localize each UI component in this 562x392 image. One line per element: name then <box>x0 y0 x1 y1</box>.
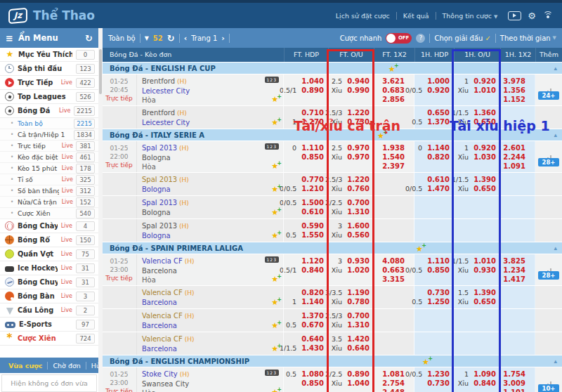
favorite-star-icon[interactable]: ★+ <box>271 232 278 240</box>
sidebar-item-s-b-n-th-ng[interactable]: •Số bàn thắngLive312 <box>0 185 98 197</box>
gear-icon[interactable]: ⚙ <box>528 11 536 21</box>
sidebar-item-tr-c-ti-p[interactable]: •Trực tiếpLive381 <box>0 141 98 152</box>
odds-pair[interactable]: 0.820 <box>284 288 327 297</box>
odds-value[interactable]: 1.091 <box>500 162 535 171</box>
score-icon[interactable]: 123 <box>265 370 279 376</box>
link-results[interactable]: Kết quả <box>403 12 429 20</box>
sidebar-item-k-o-c-bi-t[interactable]: •Kèo đặc biệtLive461 <box>0 152 98 163</box>
odds-pair[interactable]: 2.5/31.220 <box>328 175 373 184</box>
odds-pair[interactable]: Xỉu1.030 <box>454 152 499 162</box>
odds-1h-ou[interactable]: 1/1.51.390Xỉu0.650 <box>454 173 500 195</box>
odds-pair[interactable]: 31.600 <box>328 221 373 230</box>
odds-ft-hdp[interactable]: 0.5900.51.550 <box>284 219 328 242</box>
odds-pair[interactable]: 0.710 <box>284 108 327 117</box>
odds-ft-hdp[interactable]: 1.1200.5/10.840 <box>284 254 328 285</box>
odds-ft-ou[interactable]: 2.50.970Xỉu0.970 <box>328 141 374 172</box>
betslip-tab-ch-n[interactable]: Chờ đơn <box>48 362 86 370</box>
odds-ft-1x2[interactable]: 1.9381.5402.397 <box>374 141 414 172</box>
odds-1h-1x2[interactable]: 3.9781.3561.152 <box>500 74 535 105</box>
odds-value[interactable]: 1.417 <box>500 275 535 284</box>
bar-chart-icon[interactable] <box>544 375 553 382</box>
odds-1h-ou[interactable]: 10.920Xỉu1.010 <box>454 74 500 105</box>
odds-pair[interactable]: 2.50.970 <box>328 143 373 152</box>
odds-value[interactable]: 2.856 <box>374 95 414 104</box>
odds-pair[interactable]: 0.50.670 <box>284 320 327 329</box>
video-icon[interactable] <box>508 11 521 20</box>
sidebar-item-top-leagues[interactable]: Top Leagues526 <box>0 90 98 104</box>
sidebar-refresh-icon[interactable]: ↻ <box>85 33 93 44</box>
sidebar-item-c-c-xi-n[interactable]: •Cược Xiên540 <box>0 208 98 219</box>
odds-ft-hdp[interactable]: 0.6401/1.51.430 <box>284 332 328 355</box>
odds-pair[interactable]: 11.140 <box>284 297 327 306</box>
collapse-chevron-icon[interactable]: ▴ <box>554 242 557 254</box>
odds-1h-1x2[interactable]: 1.7543.0091.101 <box>500 367 535 392</box>
league-header-b-ng-spain-primera-laliga[interactable]: Bóng Đá - SPAIN PRIMERA LALIGA★+▴ <box>103 242 562 254</box>
odds-value[interactable]: 2.448 <box>374 388 414 392</box>
sidebar-item-b-ng-ch-y[interactable]: Bóng ChàyLive4 <box>0 219 98 233</box>
odds-1h-hdp[interactable]: 0/0.51.2300.730 <box>414 367 454 392</box>
odds-pair[interactable]: Xỉu1.010 <box>454 86 499 95</box>
odds-ft-ou[interactable]: 3.51.420Xỉu0.640 <box>328 332 374 355</box>
favorite-star-icon[interactable]: ★+ <box>422 358 429 367</box>
odds-value[interactable]: 1.356 <box>500 86 535 95</box>
odds-ft-ou[interactable]: 2.50.940Xỉu0.990 <box>328 74 374 105</box>
refresh-icon[interactable]: ↻ <box>167 33 175 44</box>
odds-pair[interactable]: 1/1.51.360 <box>454 108 499 117</box>
odds-ft-hdp[interactable]: 0.82011.140 <box>284 286 328 308</box>
more-bets-button[interactable]: 10+ <box>538 384 560 392</box>
sidebar-item-c-u-l-ng[interactable]: Cầu LôngLive2 <box>0 303 98 318</box>
odds-pair[interactable]: 0/0.51.210 <box>284 184 327 193</box>
sidebar-item-ice-hockey[interactable]: Ice HockeyLive31 <box>0 261 98 275</box>
odds-1h-hdp[interactable]: 0.6100/0.51.470 <box>414 173 454 195</box>
odds-value[interactable]: 2.601 <box>500 143 535 152</box>
odds-value[interactable]: 1.754 <box>500 370 535 379</box>
favorite-star-icon[interactable]: ★+ <box>388 65 396 74</box>
odds-value[interactable]: 1.540 <box>374 152 414 162</box>
score-icon[interactable]: 123 <box>265 77 279 83</box>
odds-pair[interactable]: 0.610 <box>284 207 327 216</box>
odds-pair[interactable]: Xỉu0.930 <box>454 266 499 275</box>
score-icon[interactable]: 123 <box>265 143 279 150</box>
bar-chart-icon[interactable] <box>544 82 553 89</box>
more-bets-button[interactable]: 28+ <box>538 158 560 166</box>
favorite-star-icon[interactable]: ★+ <box>271 119 278 126</box>
odds-1h-hdp[interactable]: 0.7300.51.250 <box>414 286 454 308</box>
sidebar-item-b-ng-b-n[interactable]: Bóng BànLive3 <box>0 289 98 303</box>
sidebar-item-qu-n-v-t[interactable]: Quần VợtLive75 <box>0 247 98 261</box>
collapse-chevron-icon[interactable]: ▴ <box>554 355 557 367</box>
odds-pair[interactable]: Xỉu1.310 <box>328 320 373 329</box>
more-bets-button[interactable]: 28+ <box>538 271 560 280</box>
next-page-icon[interactable]: › <box>221 34 225 43</box>
sidebar-item-t-s[interactable]: •Tỉ sốLive325 <box>0 174 98 185</box>
odds-pair[interactable]: 0.850 <box>284 152 327 162</box>
betslip-tab-v-a-c-c[interactable]: Vừa cược <box>4 362 48 370</box>
odds-pair[interactable]: 2.5/31.220 <box>328 108 373 117</box>
score-icon[interactable]: 123 <box>265 256 279 263</box>
favorite-star-icon[interactable]: ★+ <box>271 162 278 170</box>
favorite-star-icon[interactable]: ★+ <box>377 131 384 141</box>
league-header-b-ng-english-championship[interactable]: Bóng Đá - ENGLISH CHAMPIONSHIP★+▴ <box>103 355 562 367</box>
favorite-star-icon[interactable]: ★+ <box>271 275 278 283</box>
more-cell[interactable]: 28+ <box>535 254 562 285</box>
sidebar-item-s-p-thi-u[interactable]: Sắp thi đấu123 <box>0 62 98 76</box>
odds-pair[interactable]: 0.590 <box>284 221 327 230</box>
odds-pair[interactable]: 0.770 <box>284 175 327 184</box>
odds-value[interactable]: 1.938 <box>374 143 414 152</box>
odds-pair[interactable]: 01.140 <box>414 143 453 152</box>
odds-1h-hdp[interactable]: 1.0000/0.50.920 <box>414 74 454 105</box>
odds-ft-hdp[interactable]: 0.51.0800.850 <box>284 367 328 392</box>
odds-pair[interactable]: 0.730 <box>414 288 453 297</box>
odds-value[interactable]: 1.152 <box>500 95 535 104</box>
odds-pair[interactable]: 0.5/10.840 <box>284 266 327 275</box>
odds-ft-ou[interactable]: 3/3.51.190Xỉu0.780 <box>328 286 374 308</box>
odds-1h-hdp[interactable]: 01.1400.820 <box>414 141 454 172</box>
odds-pair[interactable]: 0.51.550 <box>284 230 327 240</box>
odds-pair[interactable]: 1.040 <box>284 77 327 86</box>
odds-pair[interactable]: 3.51.420 <box>328 334 373 344</box>
favorite-star-icon[interactable]: ★+ <box>271 96 278 103</box>
odds-pair[interactable]: 0.640 <box>284 334 327 344</box>
odds-1h-hdp[interactable]: 1.1100/0.50.850 <box>414 254 454 285</box>
odds-ft-ou[interactable]: 31.600Xỉu0.560 <box>328 219 374 242</box>
odds-pair[interactable]: 11.270 <box>284 117 327 126</box>
sidebar-item-n-a-c-tr-n[interactable]: •Nửa/Cả trậnLive152 <box>0 197 98 208</box>
